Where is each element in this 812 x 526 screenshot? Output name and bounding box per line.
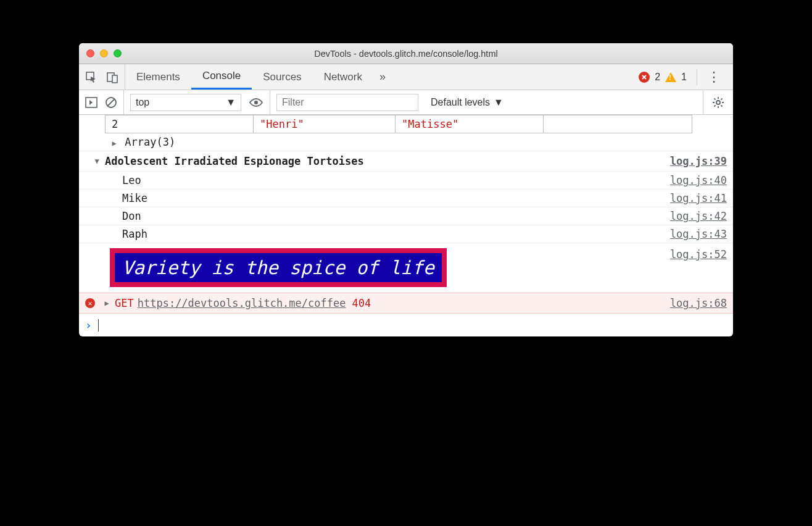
group-item: Don log.js:42 xyxy=(79,207,733,225)
source-link[interactable]: log.js:42 xyxy=(658,210,727,222)
svg-point-6 xyxy=(254,101,258,104)
tab-network[interactable]: Network xyxy=(313,64,373,90)
console-settings-icon[interactable] xyxy=(703,90,733,114)
traffic-lights xyxy=(79,49,122,57)
error-log-row: ✕ ▶ GET https://devtools.glitch.me/coffe… xyxy=(79,293,733,314)
chevron-down-icon: ▼ xyxy=(226,97,236,108)
error-url[interactable]: https://devtools.glitch.me/coffee xyxy=(138,297,346,309)
http-method: GET xyxy=(111,297,138,309)
tab-elements[interactable]: Elements xyxy=(125,64,191,90)
array-summary-text: Array(3) xyxy=(125,136,175,148)
settings-menu-button[interactable]: ⋮ xyxy=(697,69,726,85)
warning-badge-icon[interactable] xyxy=(665,72,676,82)
collapse-triangle-icon[interactable]: ▼ xyxy=(93,157,101,165)
table-empty-cell xyxy=(544,115,692,133)
close-window-button[interactable] xyxy=(86,49,94,57)
group-item: Leo log.js:40 xyxy=(79,172,733,190)
zoom-window-button[interactable] xyxy=(114,49,122,57)
svg-line-5 xyxy=(107,99,115,106)
more-tabs-button[interactable]: » xyxy=(373,70,392,83)
table-first-cell: "Henri" xyxy=(254,115,396,133)
console-toolbar: top ▼ Default levels ▼ xyxy=(79,90,733,115)
array-summary-row[interactable]: ▶ Array(3) xyxy=(79,133,733,151)
context-label: top xyxy=(136,97,149,108)
group-item: Raph log.js:43 xyxy=(79,225,733,243)
source-link[interactable]: log.js:43 xyxy=(658,228,727,240)
levels-label: Default levels xyxy=(431,97,490,108)
panel-tabs: Elements Console Sources Network » 2 1 ⋮ xyxy=(79,64,733,90)
devtools-window: DevTools - devtools.glitch.me/console/lo… xyxy=(79,43,733,336)
group-title: Adolescent Irradiated Espionage Tortoise… xyxy=(101,155,658,167)
group-item: Mike log.js:41 xyxy=(79,190,733,207)
styled-log-row: Variety is the spice of life log.js:52 xyxy=(79,243,733,293)
styled-log-message: Variety is the spice of life xyxy=(110,248,447,287)
titlebar: DevTools - devtools.glitch.me/console/lo… xyxy=(79,43,733,64)
error-icon: ✕ xyxy=(85,298,95,308)
tab-sources[interactable]: Sources xyxy=(252,64,312,90)
http-status: 404 xyxy=(346,297,371,309)
source-link[interactable]: log.js:68 xyxy=(658,297,727,309)
group-item-text: Raph xyxy=(122,228,658,240)
device-toolbar-icon[interactable] xyxy=(106,71,118,83)
svg-point-7 xyxy=(716,101,720,104)
warning-count: 1 xyxy=(681,72,687,83)
source-link[interactable]: log.js:39 xyxy=(658,155,727,167)
table-index-cell: 2 xyxy=(106,115,254,133)
prompt-caret-icon: › xyxy=(85,319,98,332)
live-expression-icon[interactable] xyxy=(249,98,263,107)
group-item-text: Don xyxy=(122,210,658,222)
svg-rect-2 xyxy=(112,75,117,83)
table-last-cell: "Matisse" xyxy=(396,115,544,133)
group-item-text: Leo xyxy=(122,174,658,186)
group-item-text: Mike xyxy=(122,192,658,204)
source-link[interactable]: log.js:41 xyxy=(658,192,727,204)
tab-console[interactable]: Console xyxy=(191,64,252,90)
clear-console-icon[interactable] xyxy=(105,96,117,109)
console-output: 2 "Henri" "Matisse" ▶ Array(3) ▼ Adolesc… xyxy=(79,115,733,336)
console-prompt[interactable]: › xyxy=(79,314,733,336)
inspect-element-icon[interactable] xyxy=(85,71,97,83)
error-badge-icon[interactable] xyxy=(639,72,650,83)
log-levels-select[interactable]: Default levels ▼ xyxy=(431,97,503,108)
chevron-down-icon: ▼ xyxy=(494,97,503,108)
filter-input[interactable] xyxy=(276,94,418,111)
text-cursor xyxy=(98,319,99,332)
toggle-sidebar-icon[interactable] xyxy=(85,97,97,108)
error-count: 2 xyxy=(655,72,660,83)
source-link[interactable]: log.js:52 xyxy=(658,248,727,261)
table-cells: 2 "Henri" "Matisse" xyxy=(105,115,692,133)
source-link[interactable]: log.js:40 xyxy=(658,174,727,186)
execution-context-select[interactable]: top ▼ xyxy=(130,94,241,111)
window-title: DevTools - devtools.glitch.me/console/lo… xyxy=(79,49,733,59)
console-group-header[interactable]: ▼ Adolescent Irradiated Espionage Tortoi… xyxy=(79,151,733,172)
minimize-window-button[interactable] xyxy=(100,49,108,57)
expand-triangle-icon[interactable]: ▶ xyxy=(102,299,111,307)
table-row: 2 "Henri" "Matisse" xyxy=(79,115,733,133)
expand-triangle-icon[interactable]: ▶ xyxy=(110,139,118,148)
